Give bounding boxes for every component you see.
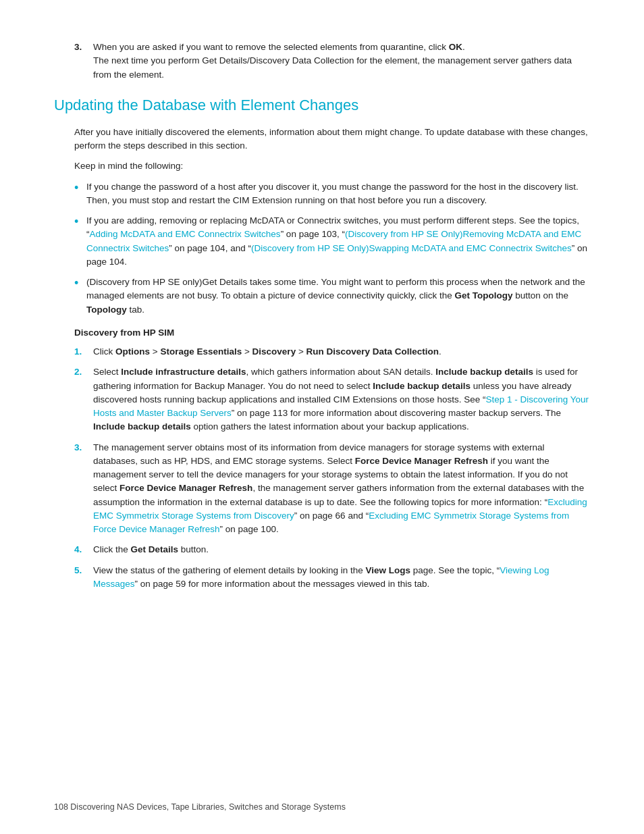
get-topology-bold: Get Topology bbox=[455, 290, 513, 301]
step-number-2: 2. bbox=[74, 365, 93, 434]
ordered-steps: 1. Click Options > Storage Essentials > … bbox=[54, 345, 590, 591]
discovery-step-2: 2. Select Include infrastructure details… bbox=[74, 365, 590, 434]
intro-step-3: 3. When you are asked if you want to rem… bbox=[54, 41, 590, 82]
section-para1: After you have initially discovered the … bbox=[54, 126, 590, 153]
step-number-5: 5. bbox=[74, 564, 93, 592]
link-viewing-log[interactable]: Viewing Log Messages bbox=[93, 565, 549, 589]
section-para2: Keep in mind the following: bbox=[54, 159, 590, 173]
include-backup-bold2: Include backup details bbox=[373, 381, 471, 391]
step-content-4: Click the Get Details button. bbox=[93, 543, 590, 556]
page-container: 3. When you are asked if you want to rem… bbox=[0, 0, 644, 834]
bullet-text-3: (Discovery from HP SE only)Get Details t… bbox=[86, 276, 590, 317]
storage-essentials-bold: Storage Essentials bbox=[160, 346, 242, 357]
discovery-step-5: 5. View the status of the gathering of e… bbox=[74, 564, 590, 592]
options-bold: Options bbox=[115, 346, 150, 357]
page-footer: 108 Discovering NAS Devices, Tape Librar… bbox=[54, 801, 346, 814]
intro-step-content: When you are asked if you want to remove… bbox=[93, 41, 590, 82]
discovery-step-1: 1. Click Options > Storage Essentials > … bbox=[74, 345, 590, 359]
discovery-bold: Discovery bbox=[252, 346, 296, 357]
discovery-step-4: 4. Click the Get Details button. bbox=[74, 543, 590, 556]
force-device-bold: Force Device Manager Refresh bbox=[355, 456, 488, 466]
link-adding-mcdata[interactable]: Adding McDATA and EMC Connectrix Switche… bbox=[90, 229, 281, 239]
section-heading: Updating the Database with Element Chang… bbox=[54, 94, 590, 116]
list-item: • (Discovery from HP SE only)Get Details… bbox=[74, 276, 590, 317]
include-backup-bold: Include backup details bbox=[435, 367, 533, 377]
bullet-text-2: If you are adding, removing or replacing… bbox=[86, 214, 590, 269]
step-number-4: 4. bbox=[74, 543, 93, 556]
get-details-bold: Get Details bbox=[131, 544, 179, 554]
list-item: • If you change the password of a host a… bbox=[74, 180, 590, 208]
link-swapping-mcdata[interactable]: (Discovery from HP SE Only)Swapping McDA… bbox=[251, 243, 572, 253]
step-number-1: 1. bbox=[74, 345, 93, 359]
intro-step-text2: The next time you perform Get Details/Di… bbox=[93, 55, 572, 79]
link-step1-hosts[interactable]: Step 1 - Discovering Your Hosts and Mast… bbox=[93, 394, 589, 418]
discovery-subheading: Discovery from HP SIM bbox=[54, 326, 590, 340]
bullet-dot-icon: • bbox=[74, 179, 86, 197]
run-discovery-bold: Run Discovery Data Collection bbox=[306, 346, 439, 357]
step-content-2: Select Include infrastructure details, w… bbox=[93, 365, 590, 434]
step-content-5: View the status of the gathering of elem… bbox=[93, 564, 590, 592]
discovery-step-3: 3. The management server obtains most of… bbox=[74, 441, 590, 537]
bullet-text-1: If you change the password of a host aft… bbox=[86, 180, 590, 208]
bullet-list: • If you change the password of a host a… bbox=[54, 180, 590, 317]
step-number-3: 3. bbox=[74, 441, 93, 537]
bullet-dot-icon: • bbox=[74, 274, 86, 292]
topology-bold: Topology bbox=[86, 305, 127, 315]
intro-step-text1: When you are asked if you want to remove… bbox=[93, 42, 465, 52]
list-item: • If you are adding, removing or replaci… bbox=[74, 214, 590, 269]
bullet-dot-icon: • bbox=[74, 213, 86, 231]
include-infra-bold: Include infrastructure details bbox=[121, 367, 246, 377]
step-content-1: Click Options > Storage Essentials > Dis… bbox=[93, 345, 590, 359]
view-logs-bold: View Logs bbox=[366, 565, 411, 575]
intro-step-number: 3. bbox=[74, 41, 93, 82]
ok-bold: OK bbox=[449, 42, 462, 52]
force-device-bold2: Force Device Manager Refresh bbox=[119, 483, 252, 493]
step-content-3: The management server obtains most of it… bbox=[93, 441, 590, 537]
include-backup-bold3: Include backup details bbox=[93, 421, 191, 432]
